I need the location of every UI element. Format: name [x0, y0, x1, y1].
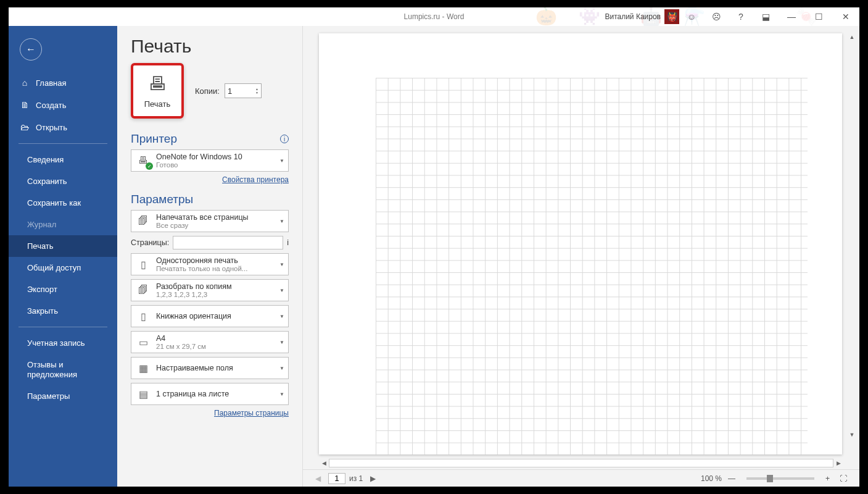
help-button[interactable]: ? [729, 7, 753, 26]
chevron-down-icon: ▼ [277, 314, 284, 319]
zoom-slider[interactable] [746, 477, 814, 480]
margins-icon: ▦ [135, 360, 151, 376]
print-settings-panel: Печать 🖶 Печать Копии: 1 ▲▼ [117, 26, 302, 487]
collate-icon: 🗐 [135, 282, 151, 298]
nav-close[interactable]: Закрыть [9, 300, 117, 322]
nav-feedback[interactable]: Отзывы и предложения [9, 354, 117, 385]
chevron-down-icon: ▼ [277, 340, 284, 345]
settings-section-heading: Параметры [131, 193, 193, 206]
feedback-button[interactable]: ☹ [704, 7, 729, 26]
app-window: 🎃 👾 🤖 ⚗️ 🍬 Lumpics.ru - Word Виталий Каи… [0, 0, 868, 494]
maximize-button[interactable]: ☐ [805, 7, 832, 26]
preview-page [319, 33, 842, 454]
nav-account[interactable]: Учетная запись [9, 332, 117, 354]
chevron-down-icon: ▼ [277, 158, 284, 164]
sheet-icon: ▤ [135, 386, 151, 402]
nav-open[interactable]: 🗁Открыть [9, 116, 117, 138]
printer-properties-link[interactable]: Свойства принтера [131, 175, 289, 184]
minimize-button[interactable]: — [778, 7, 805, 26]
print-preview-panel: ▲ ▼ ◀ ▶ ◀ из 1 ▶ 100 % — [302, 26, 859, 487]
fit-page-button[interactable]: ⛶ [836, 474, 851, 483]
new-icon: 🗎 [20, 100, 30, 110]
nav-share[interactable]: Общий доступ [9, 257, 117, 278]
scroll-right-icon[interactable]: ▶ [833, 460, 843, 466]
orientation-dropdown[interactable]: ▯ Книжная ориентация ▼ [131, 305, 289, 327]
window-title: Lumpics.ru - Word [404, 12, 465, 21]
nav-home[interactable]: ⌂Главная [9, 72, 117, 94]
ribbon-toggle-icon[interactable]: ⬓ [753, 7, 778, 26]
nav-save[interactable]: Сохранить [9, 170, 117, 192]
copies-label: Копии: [195, 86, 220, 96]
chevron-down-icon: ▼ [277, 288, 284, 293]
pages-icon: 🗐 [135, 213, 151, 229]
chevron-down-icon: ▼ [277, 219, 284, 224]
preview-statusbar: ◀ из 1 ▶ 100 % — + ⛶ [303, 469, 859, 487]
printer-dropdown[interactable]: 🖶✓ OneNote for Windows 10 Готово ▼ [131, 149, 289, 172]
nav-print[interactable]: Печать [9, 235, 117, 257]
pages-per-sheet-dropdown[interactable]: ▤ 1 страница на листе ▼ [131, 383, 289, 405]
collate-dropdown[interactable]: 🗐 Разобрать по копиям1,2,3 1,2,3 1,2,3 ▼ [131, 279, 289, 301]
scroll-down-icon[interactable]: ▼ [847, 430, 857, 440]
chevron-down-icon: ▼ [277, 366, 284, 371]
print-range-dropdown[interactable]: 🗐 Напечатать все страницыВсе сразу ▼ [131, 210, 289, 232]
titlebar: 🎃 👾 🤖 ⚗️ 🍬 Lumpics.ru - Word Виталий Каи… [9, 7, 859, 26]
page-heading: Печать [131, 36, 289, 57]
print-button[interactable]: 🖶 Печать [131, 63, 184, 119]
copies-spinner[interactable]: 1 ▲▼ [225, 83, 262, 98]
scroll-up-icon[interactable]: ▲ [847, 32, 857, 42]
page-grid [376, 78, 808, 454]
page-total-label: из 1 [349, 474, 363, 483]
pages-info-icon[interactable]: i [287, 238, 289, 247]
printer-info-icon[interactable]: i [280, 135, 289, 143]
zoom-label: 100 % [701, 474, 722, 483]
horizontal-scrollbar[interactable] [329, 459, 833, 467]
back-button[interactable]: ← [20, 38, 42, 61]
pages-input[interactable] [173, 236, 283, 249]
paper-size-dropdown[interactable]: ▭ A421 см x 29,7 см ▼ [131, 331, 289, 353]
spin-down-icon[interactable]: ▼ [255, 91, 258, 94]
vertical-scrollbar[interactable]: ▲ ▼ [847, 32, 857, 440]
nav-options[interactable]: Параметры [9, 385, 117, 407]
nav-saveas[interactable]: Сохранить как [9, 192, 117, 214]
chevron-down-icon: ▼ [277, 262, 284, 267]
scroll-left-icon[interactable]: ◀ [319, 460, 329, 466]
margins-dropdown[interactable]: ▦ Настраиваемые поля ▼ [131, 357, 289, 379]
prev-page-button[interactable]: ◀ [312, 474, 324, 483]
nav-new[interactable]: 🗎Создать [9, 94, 117, 116]
portrait-icon: ▯ [135, 308, 151, 324]
pages-label: Страницы: [131, 238, 169, 247]
next-page-button[interactable]: ▶ [366, 474, 379, 483]
chevron-down-icon: ▼ [277, 391, 284, 397]
user-avatar-icon[interactable]: 👹 [664, 9, 679, 24]
sides-dropdown[interactable]: ▯ Односторонняя печатьПечатать только на… [131, 253, 289, 275]
emoji-button[interactable]: ☺ [679, 7, 704, 26]
nav-history: Журнал [9, 214, 117, 235]
open-icon: 🗁 [20, 122, 30, 132]
page-side-icon: ▯ [135, 256, 151, 272]
close-button[interactable]: ✕ [832, 7, 859, 26]
backstage-sidebar: ← ⌂Главная 🗎Создать 🗁Открыть Сведения Со… [9, 26, 117, 487]
user-name[interactable]: Виталий Каиров [605, 12, 661, 21]
paper-icon: ▭ [135, 334, 151, 350]
current-page-input[interactable] [328, 473, 345, 484]
printer-device-icon: 🖶✓ [135, 153, 151, 169]
printer-icon: 🖶 [148, 73, 167, 94]
nav-export[interactable]: Экспорт [9, 278, 117, 300]
home-icon: ⌂ [20, 78, 30, 88]
printer-section-heading: Принтер [131, 132, 177, 146]
zoom-out-button[interactable]: — [725, 474, 738, 483]
zoom-in-button[interactable]: + [823, 474, 832, 483]
page-setup-link[interactable]: Параметры страницы [131, 409, 289, 417]
nav-info[interactable]: Сведения [9, 149, 117, 170]
